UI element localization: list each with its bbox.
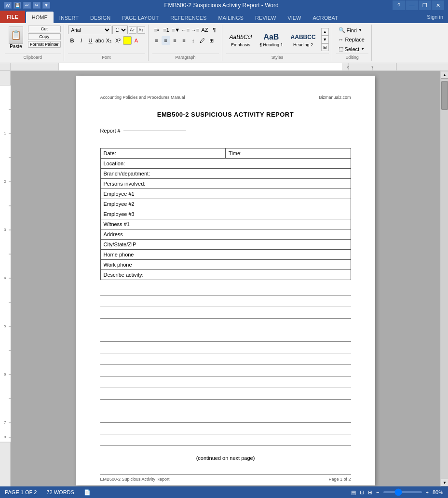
style-heading2[interactable]: AABBCC Heading 2: [287, 30, 319, 49]
subscript-button[interactable]: X₂: [105, 36, 113, 45]
location-cell: Location:: [101, 159, 351, 168]
sort-button[interactable]: AZ: [201, 26, 209, 34]
styles-down-button[interactable]: ▼: [321, 36, 329, 43]
quick-access-save[interactable]: 💾: [14, 2, 21, 9]
zoom-in-icon[interactable]: +: [426, 489, 429, 495]
emp3-cell: Employee #3: [101, 209, 351, 219]
strikethrough-button[interactable]: abc: [95, 36, 104, 45]
zoom-slider[interactable]: [383, 491, 422, 493]
justify-button[interactable]: ≡: [180, 36, 189, 45]
tab-view[interactable]: VIEW: [282, 13, 307, 23]
svg-text:6: 6: [4, 372, 6, 377]
view-web-icon[interactable]: ⊞: [368, 489, 372, 496]
select-button[interactable]: ⬚ Select ▼: [336, 44, 367, 54]
emphasis-label: Emphasis: [231, 42, 250, 47]
tab-home[interactable]: HOME: [26, 12, 54, 23]
tab-insert[interactable]: INSERT: [54, 13, 84, 23]
heading1-preview: AaB: [263, 32, 279, 42]
quick-access-redo[interactable]: ↪: [33, 2, 41, 9]
write-line-8: [100, 366, 351, 377]
vertical-ruler: 1 2 3 4 5 6 7 8: [0, 71, 11, 486]
align-center-button[interactable]: ≡: [162, 36, 170, 45]
zoom-level-text[interactable]: 80%: [433, 489, 443, 495]
clipboard-group: 📋 Paste Cut Copy Format Painter Clipboar…: [2, 25, 64, 61]
superscript-button[interactable]: X²: [114, 36, 122, 45]
tab-file[interactable]: FILE: [0, 11, 25, 23]
restore-button[interactable]: ❐: [419, 0, 431, 10]
title-bar: W 💾 ↩ ↪ ▼ EMB500-2 Suspicious Activity R…: [0, 0, 448, 11]
style-heading1[interactable]: AaB ¶ Heading 1: [256, 30, 286, 49]
zoom-out-icon[interactable]: −: [376, 489, 379, 495]
bold-button[interactable]: B: [68, 36, 77, 45]
font-color-button[interactable]: A: [132, 36, 141, 45]
grow-font-button[interactable]: A↑: [129, 26, 136, 34]
scroll-down-button[interactable]: ▼: [441, 479, 448, 486]
numbering-button[interactable]: ≡1: [162, 26, 171, 34]
show-marks-button[interactable]: ¶: [210, 26, 219, 34]
scroll-track[interactable]: [441, 79, 448, 479]
find-button[interactable]: 🔍 Find ▼: [336, 26, 365, 35]
window-title: EMB500-2 Suspicious Activity Report - Wo…: [50, 2, 393, 9]
status-bar-right: ▤ ⊡ ⊞ − + 80%: [351, 489, 443, 496]
tab-references[interactable]: REFERENCES: [164, 13, 212, 23]
multilevel-list-button[interactable]: ≡▼: [172, 26, 180, 34]
close-button[interactable]: ✕: [432, 0, 444, 10]
report-num-line: [123, 131, 186, 131]
borders-button[interactable]: ⊞: [207, 36, 216, 45]
underline-button[interactable]: U: [86, 36, 95, 45]
ribbon-content: 📋 Paste Cut Copy Format Painter Clipboar…: [0, 23, 448, 63]
increase-indent-button[interactable]: →≡: [191, 26, 200, 34]
line-spacing-button[interactable]: ↕: [189, 36, 198, 45]
home-phone-row: Home phone: [100, 249, 351, 259]
style-emphasis[interactable]: AaBbCcl Emphasis: [226, 30, 256, 49]
decrease-indent-button[interactable]: ←≡: [181, 26, 190, 34]
scroll-up-button[interactable]: ▲: [441, 71, 448, 79]
tab-review[interactable]: REVIEW: [249, 13, 282, 23]
help-button[interactable]: ?: [393, 0, 405, 10]
text-highlight-button[interactable]: A: [123, 36, 132, 45]
cut-button[interactable]: Cut: [28, 26, 61, 32]
italic-button[interactable]: I: [77, 36, 86, 45]
copy-button[interactable]: Copy: [28, 33, 61, 40]
scroll-thumb[interactable]: [441, 81, 448, 110]
quick-access-undo[interactable]: ↩: [23, 2, 31, 9]
tab-mailings[interactable]: MAILINGS: [212, 13, 249, 23]
select-icon: ⬚: [339, 46, 343, 52]
paste-button[interactable]: 📋 Paste: [5, 26, 27, 54]
address-cell: Address: [101, 229, 351, 239]
styles-expand-button[interactable]: ⊞: [321, 43, 329, 51]
tab-page-layout[interactable]: PAGE LAYOUT: [116, 13, 164, 23]
page-count-status: PAGE 1 OF 2: [5, 489, 37, 495]
tab-design[interactable]: DESIGN: [84, 13, 116, 23]
shading-button[interactable]: 🖊: [198, 36, 207, 45]
find-dropdown-icon: ▼: [358, 28, 362, 32]
write-line-4: [100, 320, 351, 330]
format-painter-button[interactable]: Format Painter: [28, 41, 61, 48]
styles-up-button[interactable]: ▲: [321, 28, 329, 36]
sign-in-link[interactable]: Sign in: [422, 13, 448, 21]
work-phone-row: Work phone: [100, 259, 351, 269]
view-full-read-icon[interactable]: ⊡: [360, 489, 364, 496]
styles-label: Styles: [226, 54, 329, 60]
word-count-status: 72 WORDS: [46, 489, 74, 495]
align-right-button[interactable]: ≡: [171, 36, 179, 45]
document-title: EMB500-2 SUSPICIOUS ACTIVITY REPORT: [100, 111, 351, 118]
heading2-preview: AABBCC: [291, 32, 316, 42]
shrink-font-button[interactable]: A↓: [137, 26, 145, 34]
footer-right: Page 1 of 2: [328, 477, 351, 482]
heading1-label: ¶ Heading 1: [259, 42, 283, 47]
align-left-button[interactable]: ≡: [152, 36, 161, 45]
view-print-icon[interactable]: ▤: [351, 489, 356, 496]
quick-access-customize[interactable]: ▼: [42, 2, 50, 9]
report-num-label: Report #: [100, 128, 121, 134]
svg-text:3: 3: [4, 228, 6, 232]
minimize-button[interactable]: —: [406, 0, 418, 10]
status-bar: PAGE 1 OF 2 72 WORDS 📄 ▤ ⊡ ⊞ − + 80%: [0, 486, 448, 498]
branch-cell: Branch/department:: [101, 169, 351, 178]
replace-button[interactable]: ↔ Replace: [336, 35, 367, 44]
font-name-select[interactable]: Arial: [68, 26, 111, 34]
font-size-select[interactable]: 12: [112, 26, 128, 34]
tab-acrobat[interactable]: ACROBAT: [307, 13, 343, 23]
bullets-button[interactable]: ≡•: [152, 26, 161, 34]
word-count-text: 72 WORDS: [46, 489, 74, 495]
